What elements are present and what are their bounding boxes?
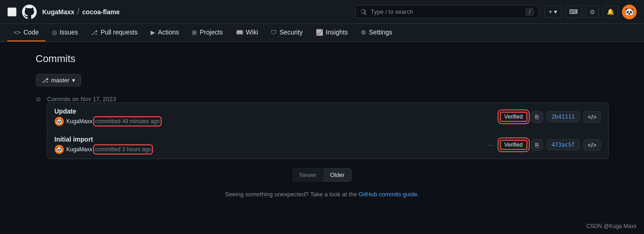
- header-left: KugaMaxx / cocoa-flame: [7, 5, 350, 19]
- tab-security[interactable]: 🛡 Security: [264, 24, 309, 41]
- copilot-icon: ⊙: [590, 8, 595, 15]
- tab-issues-label: Issues: [60, 29, 78, 36]
- commit-title-1[interactable]: Update: [55, 108, 500, 115]
- search-placeholder: Type / to search: [370, 8, 413, 15]
- tab-wiki-label: Wiki: [246, 29, 258, 36]
- commit-avatar-2: 🐼: [55, 145, 64, 154]
- username-link[interactable]: KugaMaxx: [42, 8, 74, 16]
- branch-selector: ⎇ master ▾: [36, 74, 609, 86]
- chart-icon: 📈: [316, 29, 323, 36]
- tab-actions-label: Actions: [158, 29, 179, 36]
- verified-badge-1[interactable]: Verified: [500, 112, 527, 122]
- breadcrumb-separator: /: [77, 7, 79, 17]
- circle-dot-icon: ◎: [52, 29, 57, 36]
- search-icon: [360, 9, 367, 15]
- commit-avatar-1: 🐼: [55, 117, 64, 126]
- repo-breadcrumb: KugaMaxx / cocoa-flame: [42, 7, 120, 17]
- browse-code-icon-1: </>: [588, 114, 596, 120]
- commit-row: Update 🐼 KugaMaxx committed 49 minutes a…: [47, 103, 608, 131]
- tab-insights-label: Insights: [326, 29, 348, 36]
- notifications-button[interactable]: 🔔: [603, 6, 618, 18]
- header-search: Type / to search /: [355, 5, 539, 18]
- main-content: Commits ⎇ master ▾ ⊙ Commits on Nov 17, …: [28, 42, 616, 209]
- commit-row-2: Initial import 🐼 KugaMaxx committed 3 ho…: [47, 131, 608, 159]
- repo-link[interactable]: cocoa-flame: [82, 8, 120, 16]
- hamburger-menu-button[interactable]: [7, 7, 17, 17]
- branch-chevron-icon: ▾: [72, 77, 75, 84]
- search-shortcut: /: [526, 8, 534, 16]
- table-icon: ⊞: [192, 29, 197, 36]
- branch-icon: ⎇: [42, 77, 49, 84]
- git-pr-icon: ⎇: [91, 29, 98, 36]
- commits-date-group: ⊙ Commits on Nov 17, 2023 Update 🐼 KugaM…: [36, 96, 609, 159]
- gear-icon: ⚙: [361, 29, 366, 36]
- commit-info-1: Update 🐼 KugaMaxx committed 49 minutes a…: [55, 108, 500, 126]
- header: KugaMaxx / cocoa-flame Type / to search …: [0, 0, 644, 24]
- tab-security-label: Security: [280, 29, 303, 36]
- tab-projects[interactable]: ⊞ Projects: [185, 24, 230, 41]
- commits-date-line: ⊙ Commits on Nov 17, 2023: [36, 96, 609, 103]
- pagination: Newer Older: [36, 168, 609, 182]
- commit-time-2: committed 3 hours ago: [95, 146, 151, 153]
- commit-meta-2: 🐼 KugaMaxx committed 3 hours ago: [55, 145, 485, 154]
- ellipsis-button-2[interactable]: ···: [485, 140, 496, 149]
- github-logo[interactable]: [22, 5, 37, 19]
- browse-code-icon-2: </>: [588, 142, 596, 148]
- nav-tabs: <> Code ◎ Issues ⎇ Pull requests ▶ Actio…: [0, 24, 644, 42]
- commit-hash-value-2: 473ac5f: [552, 142, 575, 148]
- shield-icon: 🛡: [271, 29, 277, 36]
- copy-hash-button-1[interactable]: ⎘: [531, 111, 543, 123]
- tab-projects-label: Projects: [200, 29, 223, 36]
- new-button[interactable]: + ▾: [544, 6, 561, 18]
- avatar[interactable]: 🐼: [622, 5, 637, 19]
- commit-author-1[interactable]: KugaMaxx: [67, 118, 93, 125]
- tab-issues[interactable]: ◎ Issues: [45, 24, 84, 41]
- commit-timeline-dot: ⊙: [36, 96, 41, 103]
- code-icon: <>: [14, 29, 21, 36]
- tab-pull-requests[interactable]: ⎇ Pull requests: [84, 24, 144, 41]
- tab-insights[interactable]: 📈 Insights: [309, 24, 354, 41]
- footer-link[interactable]: GitHub commits guide: [358, 191, 417, 198]
- tab-code-label: Code: [23, 29, 39, 36]
- terminal-button[interactable]: ⌨: [565, 6, 582, 18]
- commit-hash-value-1: 2b41111: [552, 114, 575, 120]
- commit-hash-btn-2[interactable]: 473ac5f: [547, 139, 580, 150]
- tab-settings-label: Settings: [369, 29, 392, 36]
- footer-period: .: [417, 191, 419, 198]
- footer-text: Seeing something unexpected? Take a look…: [225, 191, 358, 198]
- page-title: Commits: [36, 53, 609, 65]
- tab-settings[interactable]: ⚙ Settings: [354, 24, 399, 41]
- branch-name: master: [51, 77, 70, 84]
- tab-wiki[interactable]: 📖 Wiki: [230, 24, 264, 41]
- tab-code[interactable]: <> Code: [7, 24, 45, 41]
- bell-icon: 🔔: [607, 8, 614, 15]
- browse-code-button-2[interactable]: </>: [583, 139, 600, 151]
- copy-icon-2: ⎘: [535, 142, 539, 148]
- copilot-button[interactable]: ⊙: [586, 6, 599, 18]
- chevron-down-icon: ▾: [554, 8, 557, 15]
- commit-info-2: Initial import 🐼 KugaMaxx committed 3 ho…: [55, 136, 485, 154]
- header-right: + ▾ ⌨ ⊙ 🔔 🐼: [544, 5, 637, 19]
- commit-actions-1: Verified ⎘ 2b41111 </>: [500, 111, 601, 123]
- commit-actions-2: ··· Verified ⎘ 473ac5f </>: [485, 139, 601, 151]
- footer-note: Seeing something unexpected? Take a look…: [36, 191, 609, 198]
- search-box[interactable]: Type / to search /: [355, 5, 539, 18]
- commit-hash-btn-1[interactable]: 2b41111: [547, 111, 580, 122]
- commit-title-2[interactable]: Initial import: [55, 136, 485, 143]
- commit-meta-1: 🐼 KugaMaxx committed 49 minutes ago: [55, 117, 500, 126]
- commits-list: Update 🐼 KugaMaxx committed 49 minutes a…: [47, 103, 609, 159]
- commit-time-1: committed 49 minutes ago: [95, 118, 160, 125]
- verified-badge-2[interactable]: Verified: [500, 140, 527, 150]
- tab-pr-label: Pull requests: [101, 29, 138, 36]
- book-icon: 📖: [236, 29, 243, 36]
- terminal-icon: ⌨: [569, 8, 578, 15]
- browse-code-button-1[interactable]: </>: [583, 111, 600, 123]
- tab-actions[interactable]: ▶ Actions: [144, 24, 185, 41]
- branch-button[interactable]: ⎇ master ▾: [36, 74, 82, 86]
- older-button[interactable]: Older: [324, 168, 352, 182]
- newer-button[interactable]: Newer: [292, 168, 324, 182]
- copy-hash-button-2[interactable]: ⎘: [531, 139, 543, 151]
- copy-icon-1: ⎘: [535, 114, 539, 120]
- commits-date-label: Commits on Nov 17, 2023: [47, 96, 116, 103]
- commit-author-2[interactable]: KugaMaxx: [67, 146, 93, 153]
